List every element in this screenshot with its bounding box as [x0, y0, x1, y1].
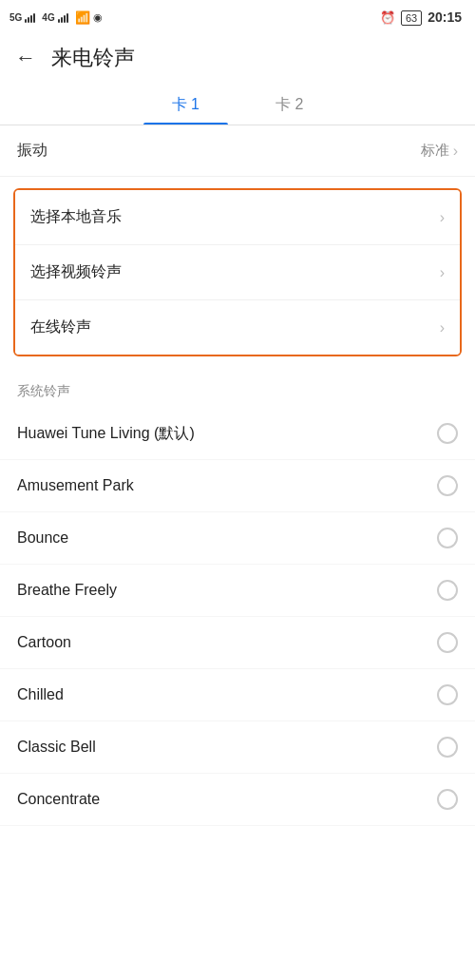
- ringtone-name-chilled: Chilled: [17, 686, 64, 703]
- ringtone-name-amusement-park: Amusement Park: [17, 477, 134, 494]
- radio-button-classic-bell[interactable]: [437, 737, 458, 758]
- ringtone-list: Huawei Tune Living (默认)Amusement ParkBou…: [0, 408, 475, 826]
- radio-button-breathe-freely[interactable]: [437, 580, 458, 601]
- ringtone-item-chilled[interactable]: Chilled: [0, 669, 475, 721]
- vibration-value-text: 标准: [421, 142, 449, 160]
- data-icon: ◉: [93, 11, 103, 24]
- radio-button-chilled[interactable]: [437, 684, 458, 705]
- vibration-label: 振动: [17, 141, 48, 161]
- back-button[interactable]: ←: [15, 46, 36, 70]
- tab-card1[interactable]: 卡 1: [134, 86, 238, 125]
- top-bar: ← 来电铃声: [0, 34, 475, 86]
- alarm-icon: ⏰: [380, 10, 395, 25]
- online-ringtone-chevron-icon: ›: [440, 319, 445, 336]
- signal-5g: 5G: [10, 12, 22, 23]
- ringtone-item-amusement-park[interactable]: Amusement Park: [0, 460, 475, 512]
- signal-4g: 4G: [42, 12, 54, 23]
- ringtone-name-bounce: Bounce: [17, 529, 68, 547]
- system-ringtones-header: 系统铃声: [0, 368, 475, 408]
- ringtone-item-breathe-freely[interactable]: Breathe Freely: [0, 565, 475, 617]
- video-ringtone-chevron-icon: ›: [440, 264, 445, 281]
- ringtone-item-cartoon[interactable]: Cartoon: [0, 617, 475, 669]
- status-right: ⏰ 63 20:15: [380, 10, 462, 25]
- online-ringtone-label: 在线铃声: [30, 317, 91, 337]
- ringtone-name-concentrate: Concentrate: [17, 791, 100, 808]
- video-ringtone-option[interactable]: 选择视频铃声 ›: [15, 245, 460, 300]
- ringtone-name-cartoon: Cartoon: [17, 634, 71, 651]
- radio-button-cartoon[interactable]: [437, 632, 458, 653]
- vibration-value-container: 标准 ›: [421, 142, 458, 160]
- ringtone-item-huawei-tune[interactable]: Huawei Tune Living (默认): [0, 408, 475, 460]
- local-music-label: 选择本地音乐: [30, 207, 122, 227]
- battery-indicator: 63: [401, 10, 422, 25]
- ringtone-name-huawei-tune: Huawei Tune Living (默认): [17, 424, 195, 444]
- vibration-row[interactable]: 振动 标准 ›: [0, 125, 475, 177]
- radio-button-bounce[interactable]: [437, 528, 458, 548]
- time-display: 20:15: [428, 10, 462, 25]
- signal-bars-1: [25, 11, 35, 23]
- radio-button-huawei-tune[interactable]: [437, 423, 458, 444]
- radio-button-concentrate[interactable]: [437, 789, 458, 810]
- ringtone-item-classic-bell[interactable]: Classic Bell: [0, 721, 475, 774]
- online-ringtone-option[interactable]: 在线铃声 ›: [15, 300, 460, 355]
- signal-bars-2: [58, 11, 68, 23]
- ringtone-name-classic-bell: Classic Bell: [17, 739, 96, 756]
- video-ringtone-label: 选择视频铃声: [30, 262, 122, 282]
- wifi-icon: 📶: [75, 10, 90, 25]
- radio-button-amusement-park[interactable]: [437, 475, 458, 496]
- status-left: 5G 4G 📶 ◉: [10, 10, 103, 25]
- status-bar: 5G 4G 📶 ◉ ⏰ 63 20:15: [0, 0, 475, 34]
- ringtone-item-concentrate[interactable]: Concentrate: [0, 774, 475, 826]
- local-music-chevron-icon: ›: [440, 209, 445, 226]
- ringtone-name-breathe-freely: Breathe Freely: [17, 582, 117, 599]
- ringtone-item-bounce[interactable]: Bounce: [0, 512, 475, 565]
- vibration-chevron-icon: ›: [453, 143, 458, 160]
- tabs-container: 卡 1 卡 2: [0, 86, 475, 125]
- local-music-option[interactable]: 选择本地音乐 ›: [15, 190, 460, 245]
- options-box: 选择本地音乐 › 选择视频铃声 › 在线铃声 ›: [13, 188, 462, 356]
- tab-card2[interactable]: 卡 2: [238, 86, 341, 125]
- page-title: 来电铃声: [51, 44, 135, 72]
